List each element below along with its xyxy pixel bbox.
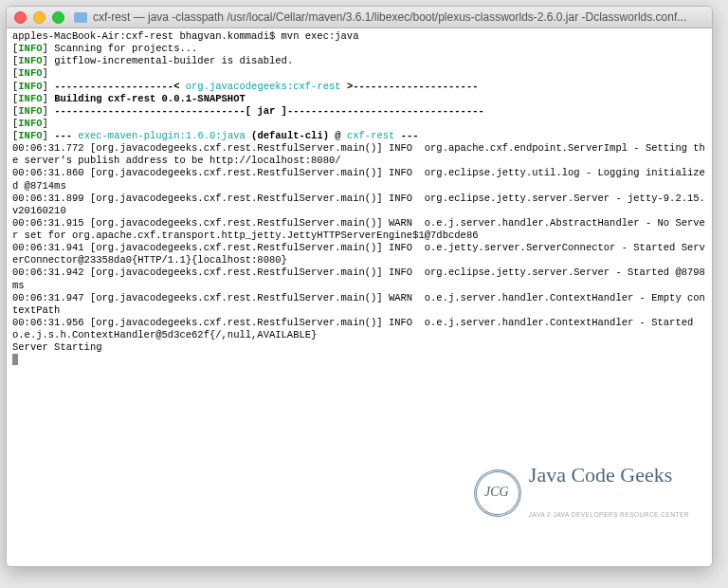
maximize-icon[interactable] (52, 11, 64, 24)
log-line: 00:06:31.942 [org.javacodegeeks.cxf.rest… (12, 266, 705, 290)
project-ga: org.javacodegeeks:cxf-rest (186, 81, 341, 92)
watermark-title: Java Code Geeks (529, 465, 689, 486)
log-line: 00:06:31.915 [org.javacodegeeks.cxf.rest… (12, 217, 705, 241)
log-line: 00:06:31.860 [org.javacodegeeks.cxf.rest… (12, 167, 705, 191)
logo-icon: JCG (474, 469, 519, 515)
log-line: 00:06:31.941 [org.javacodegeeks.cxf.rest… (12, 242, 705, 266)
building-line: Building cxf-rest 0.0.1-SNAPSHOT (54, 93, 246, 104)
exec-line: --- (54, 130, 78, 141)
minimize-icon[interactable] (33, 11, 46, 24)
log-line: Server Starting (12, 341, 102, 353)
cursor-icon (12, 354, 18, 365)
prompt: apples-MacBook-Air:cxf-rest bhagvan.komm… (12, 30, 282, 42)
info-tag: INFO (18, 118, 42, 129)
jar-divider: --------------------------------[ jar ]-… (54, 105, 484, 117)
watermark-subtitle: JAVA 2 JAVA DEVELOPERS RESOURCE CENTER (529, 511, 689, 519)
info-tag: INFO (18, 81, 42, 92)
folder-icon (74, 12, 87, 23)
window-title: cxf-rest — java -classpath /usr/local/Ce… (93, 10, 704, 24)
divider: >--------------------- (341, 81, 479, 92)
exec-plugin: exec-maven-plugin:1.6.0:java (78, 130, 245, 141)
log-line: gitflow-incremental-builder is disabled. (54, 55, 293, 66)
command: mvn exec:java (282, 30, 359, 42)
exec-mid: (default-cli) @ (246, 130, 347, 141)
info-tag: INFO (18, 93, 42, 104)
log-line: 00:06:31.947 [org.javacodegeeks.cxf.rest… (12, 292, 705, 316)
log-line: Scanning for projects... (54, 43, 197, 54)
close-icon[interactable] (14, 11, 27, 24)
exec-proj: cxf-rest (347, 130, 394, 141)
info-tag: INFO (18, 67, 42, 79)
window-controls (14, 11, 64, 24)
watermark: JCG Java Code Geeks JAVA 2 JAVA DEVELOPE… (474, 440, 689, 543)
logo-badge: JCG (474, 469, 519, 515)
terminal-window: cxf-rest — java -classpath /usr/local/Ce… (6, 6, 713, 567)
info-tag: INFO (18, 55, 42, 66)
log-line: 00:06:31.899 [org.javacodegeeks.cxf.rest… (12, 193, 705, 216)
info-tag: INFO (18, 130, 42, 141)
watermark-text: Java Code Geeks JAVA 2 JAVA DEVELOPERS R… (529, 440, 689, 543)
info-tag: INFO (18, 105, 42, 117)
terminal-output[interactable]: apples-MacBook-Air:cxf-rest bhagvan.komm… (7, 28, 712, 566)
log-line: 00:06:31.772 [org.javacodegeeks.cxf.rest… (12, 142, 705, 166)
exec-post: --- (394, 130, 418, 141)
divider: --------------------< (54, 81, 186, 92)
log-line: 00:06:31.956 [org.javacodegeeks.cxf.rest… (12, 317, 700, 340)
info-tag: INFO (18, 43, 42, 54)
titlebar[interactable]: cxf-rest — java -classpath /usr/local/Ce… (7, 7, 712, 28)
